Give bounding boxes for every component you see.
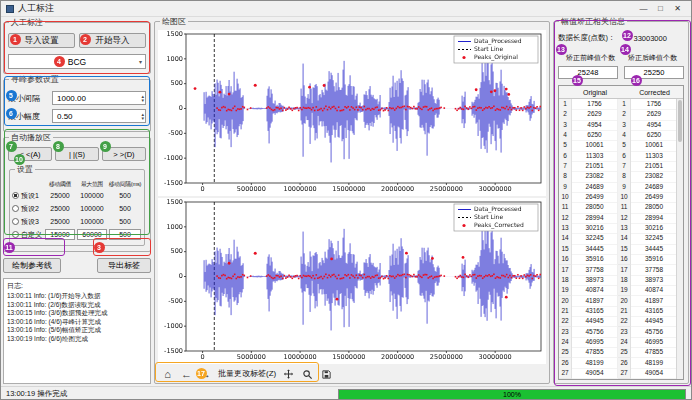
start-import-button[interactable]: 开始导入	[79, 33, 146, 48]
table-row: 17377581737758	[559, 265, 683, 275]
batch-edit-labels-button[interactable]: 批量更改标签(Z)	[218, 368, 276, 379]
autoplay-group: 自动播放区 < <(A) | |(S) > >(D) 设置 移动阈值 最大范围 …	[3, 137, 151, 252]
table-row: 27490542749054	[559, 368, 683, 378]
col-corrected: Corrected	[631, 89, 678, 96]
min-amplitude-value: 0.50	[57, 112, 73, 121]
plot-area-title: 绘图区	[160, 17, 188, 26]
save-icon[interactable]	[320, 367, 333, 380]
min-interval-label: 最小间隔	[8, 93, 52, 104]
table-row: 510061510061	[559, 140, 683, 150]
row-index: 27	[559, 368, 572, 379]
peaks-before-label: 矫正前峰值个数	[558, 53, 620, 63]
spin-down-icon[interactable]: ▾	[141, 116, 144, 121]
preset-radio[interactable]	[12, 205, 19, 212]
maximize-button[interactable]: □	[652, 4, 669, 13]
peaks-after-value: 25250	[624, 66, 684, 79]
window-title: 人工标注	[18, 2, 54, 15]
draw-reference-button[interactable]: 绘制参考线	[3, 258, 61, 273]
status-message: 13:00:19 操作完成	[6, 389, 67, 399]
data-length-label: 数据长度(点数)：	[558, 33, 616, 43]
table-row: 14322451432245	[559, 233, 683, 243]
table-row: 21431652143165	[559, 306, 683, 316]
status-bar: 13:00:19 操作完成 100%	[1, 386, 691, 400]
spinner-arrows: ▴▾	[141, 92, 144, 104]
table-row: 12289941228994	[559, 213, 683, 223]
app-window: 人工标注 — □ ✕ 人工标注 导入设置 开始导入 BCG ▾ 寻峰参数设置	[0, 0, 692, 400]
table-row: 26481992648199	[559, 358, 683, 368]
peaks-after-label: 矫正后峰值个数	[620, 53, 682, 63]
forward-button[interactable]: > >(D)	[102, 147, 146, 161]
corrected-value: 49054	[631, 368, 678, 379]
preset-radio[interactable]	[12, 231, 19, 238]
autoplay-group-title: 自动播放区	[9, 133, 53, 142]
original-value: 49054	[572, 368, 618, 379]
pan-icon[interactable]	[282, 367, 295, 380]
log-line: 13:00:19 Info: (6/6)绘图完成	[7, 335, 147, 344]
preset-label: 自定义	[21, 230, 42, 240]
table-row: 4625046250	[559, 130, 683, 140]
signal-chart-top[interactable]	[158, 30, 546, 196]
table-row: 18389731838973	[559, 275, 683, 285]
preset-value: 500	[108, 192, 142, 199]
log-line: 13:00:15 Info: (3/6)数据预处理完成	[7, 309, 147, 318]
table-row: 24469952446995	[559, 337, 683, 347]
preset-radio[interactable]	[12, 218, 19, 225]
table-row: 19408741940874	[559, 285, 683, 295]
progress-label: 100%	[339, 390, 685, 399]
peaks-table-header: Original Corrected	[559, 86, 683, 99]
preset-value: 100000	[76, 192, 108, 199]
min-interval-value: 1000.00	[57, 94, 86, 103]
scrollbar-thumb[interactable]	[678, 100, 682, 142]
preset-value: 100000	[76, 205, 108, 212]
pause-button[interactable]: | |(S)	[55, 147, 99, 161]
preset-label: 预设1	[21, 191, 39, 201]
preset-value-input[interactable]: 500	[109, 229, 141, 240]
table-row: 16359161635916	[559, 254, 683, 264]
spin-down-icon[interactable]: ▾	[141, 98, 144, 103]
back-icon[interactable]: ←	[180, 368, 193, 380]
table-row: 10264991026499	[559, 192, 683, 202]
title-bar: 人工标注 — □ ✕	[1, 1, 691, 17]
preset-radio[interactable]	[12, 192, 19, 199]
import-settings-button[interactable]: 导入设置	[8, 33, 75, 48]
rewind-button[interactable]: < <(A)	[8, 147, 52, 161]
spinner-arrows: ▴▾	[141, 110, 144, 122]
log-line: 13:00:16 Info: (4/6)寻峰计算完成	[7, 318, 147, 327]
preset-row: 预设225000100000500	[12, 202, 142, 215]
window-controls: — □ ✕	[635, 4, 686, 13]
table-row: 15344451534445	[559, 244, 683, 254]
preset-value-input[interactable]: 60000	[77, 229, 107, 240]
table-scrollbar[interactable]	[676, 99, 683, 379]
preset-value: 100000	[76, 218, 108, 225]
manual-annotation-group-title: 人工标注	[9, 18, 45, 27]
table-row: 11280501128050	[559, 202, 683, 212]
preset-table-header: 移动阈值 最大范围 移动间隔(ms)	[12, 179, 142, 189]
export-labels-button[interactable]: 导出标签	[97, 258, 151, 273]
signal-type-combo[interactable]: BCG ▾	[8, 54, 146, 69]
preset-row: 预设325000100000500	[12, 215, 142, 228]
peaks-before-value: 25248	[558, 66, 618, 79]
preset-row: 预设125000100000500	[12, 189, 142, 202]
zoom-icon[interactable]	[301, 367, 314, 380]
peak-params-group-title: 寻峰参数设置	[9, 75, 61, 84]
minimize-button[interactable]: —	[635, 4, 652, 13]
row-index: 27	[618, 368, 631, 379]
log-panel[interactable]: 日志: 13:00:11 Info: (1/6)开始导入数据13:00:11 I…	[3, 278, 151, 384]
preset-value-input[interactable]: 15000	[45, 229, 75, 240]
peaks-table[interactable]: Original Corrected 117561175622629226293…	[558, 85, 684, 380]
autoplay-settings-group: 设置 移动阈值 最大范围 移动间隔(ms) 预设125000100000500预…	[9, 169, 145, 246]
manual-annotation-group: 人工标注 导入设置 开始导入 BCG ▾	[3, 22, 151, 74]
main-body: 人工标注 导入设置 开始导入 BCG ▾ 寻峰参数设置 最小间隔 1000.00…	[1, 17, 691, 386]
table-row: 823082823082	[559, 171, 683, 181]
signal-chart-bottom[interactable]	[158, 198, 546, 364]
table-row: 13302161330216	[559, 223, 683, 233]
preset-row: 自定义1500060000500	[12, 228, 142, 241]
min-amplitude-spinbox[interactable]: 0.50 ▴▾	[52, 109, 146, 123]
min-interval-spinbox[interactable]: 1000.00 ▴▾	[52, 91, 146, 105]
forward-icon[interactable]: →	[199, 368, 212, 380]
signal-type-value: BCG	[68, 57, 86, 67]
close-button[interactable]: ✕	[669, 4, 686, 13]
correction-info-group: 幅值矫正相关信息 数据长度(点数)： 33003000 矫正前峰值个数 矫正后峰…	[553, 21, 689, 384]
preset-label: 预设2	[21, 204, 39, 214]
home-icon[interactable]: ⌂	[161, 368, 174, 380]
